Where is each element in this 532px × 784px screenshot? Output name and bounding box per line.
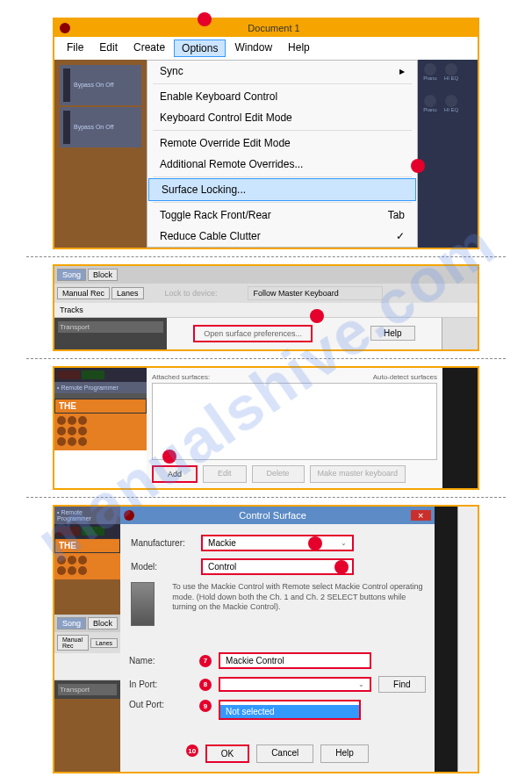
manual-rec-button[interactable]: Manual Rec [57,287,110,299]
close-icon[interactable]: × [411,510,430,521]
find-button[interactable]: Find [378,676,425,693]
menu-item-reduce-clutter[interactable]: Reduce Cable Clutter✓ [147,226,417,247]
menu-window[interactable]: Window [227,40,279,57]
transport-label: Transport [58,684,117,695]
menu-item-toggle-rack[interactable]: Toggle Rack Front/RearTab [147,205,417,226]
tab-block[interactable]: Block [88,269,118,281]
name-input[interactable]: Mackie Control [219,652,371,669]
manual-rec-button[interactable]: Manual Rec [57,635,89,651]
chevron-right-icon: ▶ [399,68,405,76]
remote-programmer-label: • Remote Programmer [54,382,147,393]
rack-device[interactable]: Bypass On Off [60,107,141,147]
rack-led-row [54,524,120,538]
callout-dot-manufacturer [308,536,322,550]
knob-hi-eq[interactable]: HI EQ [442,63,460,81]
callout-dot-options [198,12,212,26]
surfaces-window: • Remote Programmer THE Attached surface… [53,366,479,490]
help-button[interactable]: Help [320,744,369,763]
menu-item-surface-locking[interactable]: Surface Locking... [148,178,416,201]
ok-button[interactable]: OK [205,744,249,763]
tracks-header: Tracks [54,303,478,318]
dialog-titlebar: Control Surface × [120,507,434,524]
chevron-down-icon: ⌄ [341,539,347,547]
dark-panel [435,507,457,772]
remote-programmer-label: • Remote Programmer [54,507,120,524]
callout-dot-surface-locking [411,159,425,173]
menubar: File Edit Create Options Window Help [54,37,478,60]
app-window: Document 1 File Edit Create Options Wind… [53,18,479,249]
cancel-button[interactable]: Cancel [256,744,313,763]
rack-area: Bypass On Off Bypass On Off [54,60,147,248]
surfaces-list[interactable] [152,383,437,460]
control-surface-window-container: • Remote Programmer THE Song Block Manua… [53,505,479,773]
app-icon [124,510,134,521]
callout-number-7: 7 [199,655,212,667]
callout-number-10: 10 [186,744,198,757]
out-port-option-selected[interactable]: Not selected [220,705,359,718]
in-port-select[interactable]: ⌄ [219,677,371,692]
knob-piano[interactable]: Piano [421,95,439,112]
chevron-down-icon: ⌄ [358,680,364,688]
out-port-select-open[interactable]: Not selected [219,700,361,720]
callout-number-8: 8 [199,679,212,691]
in-port-label: In Port: [129,680,192,689]
shortcut-key: Tab [388,209,405,221]
model-select[interactable]: Control⌄ [201,558,354,575]
callout-dot-model [334,560,349,574]
menu-create[interactable]: Create [126,40,172,57]
the-device-label: THE [54,399,147,414]
master-keyboard-select[interactable]: Follow Master Keyboard [248,286,383,300]
device-info-text: To use the Mackie Control with Remote se… [169,582,423,613]
options-dropdown: Sync▶ Enable Keyboard Control Keyboard C… [147,60,418,248]
callout-number-9: 9 [199,700,212,712]
tab-block[interactable]: Block [88,617,118,629]
knob-piano[interactable]: Piano [421,63,439,81]
model-label: Model: [131,562,194,572]
the-device-label: THE [54,538,120,553]
checkmark-icon: ✓ [396,230,405,242]
lanes-button[interactable]: Lanes [111,287,144,299]
lock-device-label: Lock to device: [165,289,218,298]
auto-detect-label: Auto-detect surfaces [373,373,437,381]
menu-item-keyboard-edit[interactable]: Keyboard Control Edit Mode [147,107,417,128]
sequencer-toolbar: Song Block [54,266,478,284]
menu-edit[interactable]: Edit [92,40,125,57]
menu-options[interactable]: Options [174,40,226,57]
delete-button[interactable]: Delete [252,465,305,483]
callout-dot-preferences [310,309,324,323]
manufacturer-label: Manufacturer: [131,538,194,548]
rack-led-row [54,368,147,382]
add-button[interactable]: Add [152,465,198,483]
titlebar: Document 1 [54,19,478,37]
transport-label: Transport [58,321,163,333]
menu-item-remote-override[interactable]: Remote Override Edit Mode [147,133,417,154]
rack-sidebar: • Remote Programmer THE [54,368,147,488]
menu-file[interactable]: File [60,40,90,57]
device-thumbnail [131,582,155,626]
sequencer-window: Song Block Manual Rec Lanes Lock to devi… [53,264,479,351]
callout-dot-add [162,450,176,464]
lanes-button[interactable]: Lanes [90,638,118,648]
open-surface-preferences-link[interactable]: Open surface preferences... [193,325,313,342]
menu-help[interactable]: Help [281,40,317,57]
menu-item-additional-remote[interactable]: Additional Remote Overrides... [147,154,417,175]
manufacturer-select[interactable]: Mackie⌄ [201,535,354,551]
rack-device[interactable]: Bypass On Off [60,65,141,105]
document-title: Document 1 [75,23,472,33]
rack-sidebar: • Remote Programmer THE Song Block Manua… [54,507,120,772]
menu-item-enable-keyboard[interactable]: Enable Keyboard Control [147,86,417,107]
knob-hi-eq[interactable]: HI EQ [442,95,460,112]
edit-button[interactable]: Edit [203,465,247,483]
dark-panel [442,368,478,488]
device-knobs[interactable] [54,414,147,450]
name-label: Name: [129,656,192,665]
make-master-button[interactable]: Make master keyboard [310,465,406,483]
help-button[interactable]: Help [370,326,415,341]
dialog-title: Control Surface [134,510,411,521]
app-icon [60,23,70,33]
menu-item-sync[interactable]: Sync▶ [147,61,417,82]
tab-song[interactable]: Song [57,269,86,281]
tab-song[interactable]: Song [57,617,86,629]
out-port-label: Out Port: [129,700,192,709]
device-knobs[interactable] [54,553,120,579]
